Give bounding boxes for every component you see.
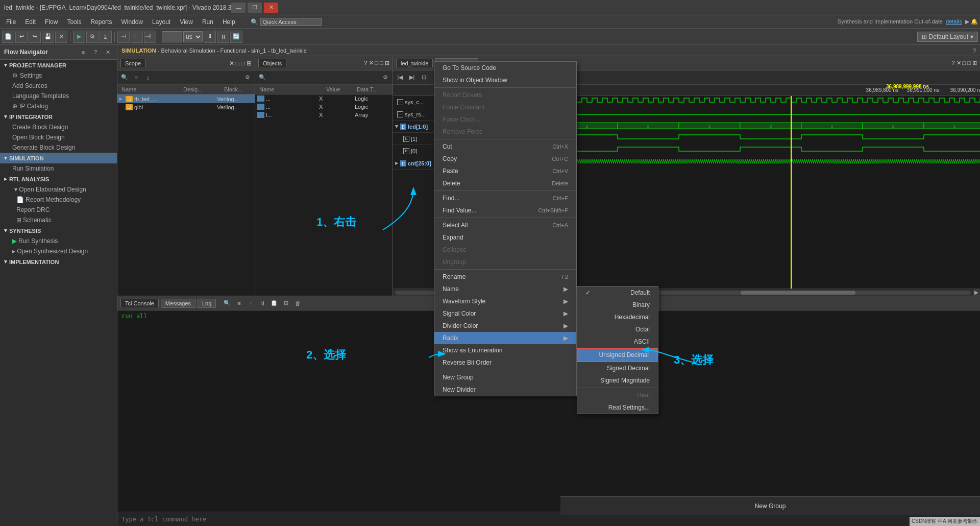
menu-flow[interactable]: Flow (41, 17, 62, 27)
toolbar-settings[interactable]: ⚙ (86, 31, 99, 43)
new-group-bar[interactable]: New Group (560, 496, 980, 515)
radix-default[interactable]: ✓ Default (577, 286, 658, 299)
tcl-filter-btn[interactable]: ≡ (234, 298, 244, 308)
menu-view[interactable]: View (176, 17, 197, 27)
ctx-radix[interactable]: Radix ▶ (434, 332, 576, 344)
radix-hexadecimal[interactable]: ✓ Hexadecimal (577, 311, 658, 323)
menu-tools[interactable]: Tools (63, 17, 85, 27)
obj-search-btn[interactable]: 🔍 (257, 73, 267, 83)
nav-item-generate-block[interactable]: Generate Block Design (0, 142, 117, 153)
details-link[interactable]: details (946, 18, 962, 25)
objects-tab[interactable]: Objects (258, 59, 286, 67)
log-tab[interactable]: Log (198, 299, 216, 308)
nav-item-run-sim[interactable]: Run Simulation (0, 163, 117, 174)
nav-section-title-project[interactable]: ▾ PROJECT MANAGER (0, 60, 117, 70)
toolbar-close[interactable]: ✕ (55, 31, 67, 43)
menu-reports[interactable]: Reports (86, 17, 116, 27)
ctx-select-all[interactable]: Select All Ctrl+A (434, 219, 576, 231)
toolbar-run[interactable]: ▶ (73, 31, 85, 43)
menu-file[interactable]: File (2, 17, 20, 27)
radix-octal[interactable]: ✓ Octal (577, 323, 658, 336)
tcl-search-btn[interactable]: 🔍 (222, 298, 232, 308)
toolbar-pause[interactable]: ⏸ (217, 31, 229, 43)
wave-cursor-left[interactable]: |◀ (395, 73, 405, 83)
ctx-copy[interactable]: Copy Ctrl+C (434, 153, 576, 165)
wave-cursor-right[interactable]: ▶| (407, 73, 417, 83)
ctx-name[interactable]: Name ▶ (434, 283, 576, 295)
toolbar-undo[interactable]: ↩ (15, 31, 28, 43)
nav-sub-report-drc[interactable]: Report DRC (0, 205, 117, 215)
obj-row-2[interactable]: ... X Logic (255, 103, 393, 111)
messages-tab[interactable]: Messages (161, 299, 195, 308)
menu-window[interactable]: Window (117, 17, 147, 27)
ctx-signal-color[interactable]: Signal Color ▶ (434, 307, 576, 320)
ctx-rename[interactable]: Rename F2 (434, 271, 576, 283)
tcl-copy-btn[interactable]: 📋 (269, 298, 279, 308)
ctx-find-value[interactable]: Find Value... Ctrl+Shift+F (434, 204, 576, 217)
obj-row-3[interactable]: l... X Array (255, 111, 393, 119)
scope-tab[interactable]: Scope (120, 59, 145, 67)
maximize-button[interactable]: ☐ (248, 3, 262, 13)
scope-filter-btn[interactable]: ≡ (131, 73, 141, 83)
ctx-find[interactable]: Find... Ctrl+F (434, 192, 576, 204)
nav-section-title-ip[interactable]: ▾ IP INTEGRATOR (0, 111, 117, 122)
ctx-go-to-source[interactable]: Go To Source Code (434, 62, 576, 74)
tcl-grid-btn[interactable]: ⊞ (281, 298, 291, 308)
tcl-pause-btn[interactable]: ⏸ (257, 298, 267, 308)
wave-tab-led[interactable]: led_twinkle (396, 59, 433, 67)
wave-zoom-fit[interactable]: ⊡ (419, 73, 429, 83)
ctx-waveform-style[interactable]: Waveform Style ▶ (434, 295, 576, 307)
scope-search-btn[interactable]: 🔍 (119, 73, 130, 83)
ctx-paste[interactable]: Paste Ctrl+V (434, 165, 576, 177)
toolbar-run-sim[interactable]: ⬇ (204, 31, 216, 43)
ctx-show-object[interactable]: Show in Object Window (434, 74, 576, 86)
ctx-show-enum[interactable]: Show as Enumeration (434, 344, 576, 356)
nav-item-run-synthesis[interactable]: ▶Run Synthesis (0, 236, 117, 246)
tcl-trash-btn[interactable]: 🗑 (292, 298, 303, 308)
toolbar-save[interactable]: 💾 (42, 31, 54, 43)
toolbar-sigma[interactable]: Σ (100, 31, 112, 43)
scroll-right-btn[interactable]: ▶ (973, 289, 980, 296)
tcl-up-btn[interactable]: ↑ (246, 298, 256, 308)
flow-nav-icon2[interactable]: ? (90, 47, 101, 57)
ctx-divider-color[interactable]: Divider Color ▶ (434, 320, 576, 332)
nav-item-language-templates[interactable]: Language Templates (0, 91, 117, 101)
nav-section-title-simulation[interactable]: ▾ SIMULATION (0, 153, 117, 163)
nav-sub-schematic[interactable]: ⊞Schematic (0, 215, 117, 225)
obj-row-1[interactable]: ... X Logic (255, 94, 393, 103)
scope-arrow-btn[interactable]: ↕ (143, 73, 153, 83)
nav-section-title-rtl[interactable]: ▸ RTL ANALYSIS (0, 174, 117, 184)
ctx-reverse-bit[interactable]: Reverse Bit Order (434, 356, 576, 369)
help-icon[interactable]: ? (973, 47, 976, 54)
obj-settings-btn[interactable]: ⚙ (380, 73, 390, 83)
quick-access-input[interactable] (260, 18, 322, 26)
nav-item-open-synthesized[interactable]: ▸ Open Synthesized Design (0, 246, 117, 256)
radix-signed-magnitude[interactable]: ✓ Signed Magnitude (577, 374, 658, 387)
toolbar-step[interactable]: ⊣ (117, 31, 130, 43)
radix-real-settings[interactable]: ✓ Real Settings... (577, 401, 658, 414)
nav-item-open-block[interactable]: Open Block Design (0, 132, 117, 142)
toolbar-restart[interactable]: 🔄 (230, 31, 242, 43)
nav-item-settings[interactable]: ⚙Settings (0, 70, 117, 81)
scrollbar-thumb[interactable] (741, 291, 856, 295)
toolbar-stepf[interactable]: ⊢ (131, 31, 143, 43)
layout-dropdown[interactable]: ⊞ Default Layout ▾ (917, 32, 978, 42)
ctx-cut[interactable]: Cut Ctrl+X (434, 140, 576, 153)
toolbar-stepe[interactable]: ⊣⊢ (144, 31, 156, 43)
flow-nav-close[interactable]: ✕ (103, 47, 113, 57)
nav-sub-report-methodology[interactable]: 📄Report Methodology (0, 195, 117, 205)
radix-unsigned-decimal[interactable]: ✓ Unsigned Decimal (577, 348, 658, 362)
toolbar-new[interactable]: 📄 (2, 31, 14, 43)
scope-row-glbl[interactable]: □ glbl Verilog... (117, 103, 255, 111)
nav-section-title-impl[interactable]: ▾ IMPLEMENTATION (0, 256, 117, 267)
scope-row-tb[interactable]: ▸ □ tb_led_... Verilog... (117, 94, 255, 103)
radix-ascii[interactable]: ✓ ASCII (577, 336, 658, 348)
tcl-tab[interactable]: Tcl Console (120, 299, 159, 307)
scope-settings-btn[interactable]: ⚙ (242, 73, 253, 83)
menu-layout[interactable]: Layout (148, 17, 175, 27)
tcl-command-input[interactable] (121, 516, 976, 523)
ctx-expand[interactable]: Expand (434, 231, 576, 244)
sim-time-input[interactable]: 10 (162, 31, 182, 42)
ctx-delete[interactable]: Delete Delete (434, 177, 576, 189)
radix-signed-decimal[interactable]: ✓ Signed Decimal (577, 362, 658, 374)
